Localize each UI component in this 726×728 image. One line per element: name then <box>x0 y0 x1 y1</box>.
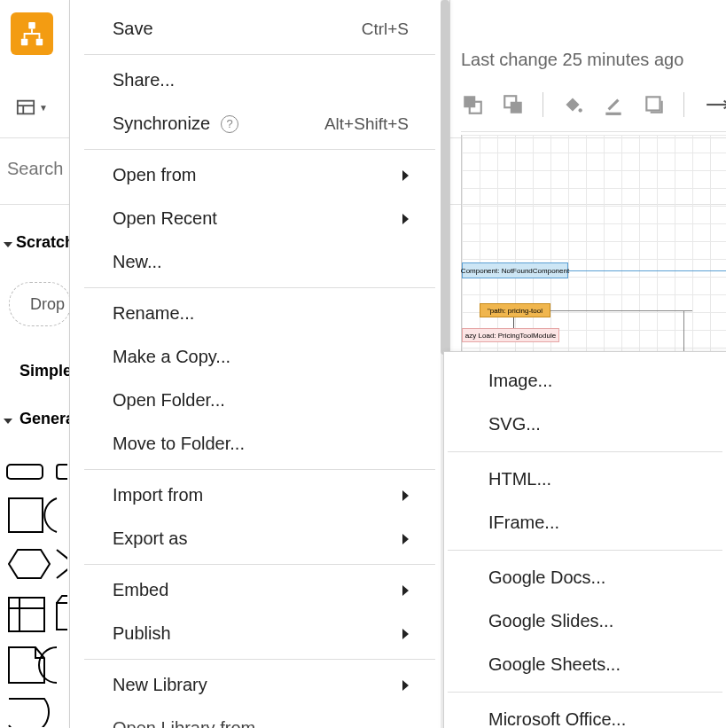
shape-cube[interactable] <box>57 596 67 630</box>
menu-item-embed[interactable]: Embed <box>70 568 449 612</box>
menu-label: Open from <box>113 165 196 185</box>
svg-rect-12 <box>511 102 522 114</box>
shape-arc-2[interactable] <box>39 647 57 683</box>
menu-label: Export as <box>113 528 187 549</box>
submenu-arrow-icon <box>402 534 409 544</box>
submenu-arrow-icon <box>402 680 409 691</box>
menu-separator <box>84 564 435 565</box>
menu-separator <box>84 54 435 55</box>
menu-label: Open Recent <box>113 208 217 229</box>
diagram-edge <box>513 317 514 328</box>
menu-item-publish[interactable]: Publish <box>70 612 449 655</box>
submenu-item-svg[interactable]: SVG... <box>444 403 726 446</box>
submenu-arrow-icon <box>402 629 409 639</box>
shape-window[interactable] <box>9 598 44 631</box>
menu-item-make-copy[interactable]: Make a Copy... <box>70 335 449 379</box>
sidebar-section-general[interactable]: General <box>0 410 79 428</box>
toolbar-sep <box>543 92 543 117</box>
menu-item-new[interactable]: New... <box>70 240 449 284</box>
sidebar-section-simple[interactable]: Simple <box>20 362 72 380</box>
shadow-icon[interactable] <box>643 93 666 116</box>
menu-label: New Library <box>113 675 207 695</box>
menu-item-import-from[interactable]: Import from <box>70 474 449 517</box>
panel-layout-icon <box>16 98 35 117</box>
shape-square[interactable] <box>9 498 43 532</box>
menu-shortcut: Ctrl+S <box>362 20 409 39</box>
caret-down-icon: ▼ <box>39 103 48 113</box>
submenu-item-google-docs[interactable]: Google Docs... <box>444 556 726 599</box>
diagram-edge <box>550 310 692 311</box>
menu-separator <box>448 692 722 693</box>
fill-icon[interactable] <box>561 93 584 116</box>
submenu-arrow-icon <box>402 490 409 501</box>
menu-separator <box>84 287 435 288</box>
shape-quarter[interactable] <box>9 699 49 727</box>
menu-item-share[interactable]: Share... <box>70 59 449 102</box>
menu-label: Share... <box>113 70 175 90</box>
svg-point-13 <box>579 108 582 112</box>
menu-label: Open Folder... <box>113 390 225 411</box>
submenu-item-iframe[interactable]: IFrame... <box>444 501 726 544</box>
menu-item-new-library[interactable]: New Library <box>70 663 449 707</box>
menu-item-move-to-folder[interactable]: Move to Folder... <box>70 422 449 466</box>
submenu-item-html[interactable]: HTML... <box>444 458 726 501</box>
submenu-item-image[interactable]: Image... <box>444 359 726 403</box>
menu-item-open-from[interactable]: Open from <box>70 153 449 197</box>
menu-separator <box>448 451 722 452</box>
scratchpad-drop-zone[interactable]: Drop <box>9 282 71 326</box>
to-back-icon[interactable] <box>502 93 525 116</box>
menu-item-rename[interactable]: Rename... <box>70 292 449 335</box>
submenu-arrow-icon <box>402 214 409 224</box>
menu-item-save[interactable]: Save Ctrl+S <box>70 7 449 51</box>
menu-item-open-recent[interactable]: Open Recent <box>70 197 449 240</box>
menu-item-open-library-from[interactable]: Open Library from <box>70 707 449 728</box>
menu-label: Microsoft Office... <box>488 709 626 728</box>
diagram-node-notfound[interactable]: Component: NotFoundComponent <box>462 262 568 278</box>
menu-label: Open Library from <box>113 718 255 728</box>
diagram-edge <box>568 270 726 271</box>
menu-item-open-folder[interactable]: Open Folder... <box>70 379 449 422</box>
menu-separator <box>84 149 435 150</box>
last-change-status: Last change 25 minutes ago <box>461 50 683 70</box>
view-toggle-button[interactable]: ▼ <box>14 92 50 122</box>
menu-separator <box>84 659 435 660</box>
submenu-arrow-icon <box>402 170 409 181</box>
file-menu: Save Ctrl+S Share... Synchronize ? Alt+S… <box>69 0 450 728</box>
menu-item-synchronize[interactable]: Synchronize ? Alt+Shift+S <box>70 102 449 145</box>
menu-label: Google Sheets... <box>488 654 621 675</box>
shape-rounded-rect[interactable] <box>7 465 43 479</box>
submenu-arrow-icon <box>402 585 409 596</box>
embed-submenu: Image... SVG... HTML... IFrame... Google… <box>443 351 726 728</box>
to-front-icon[interactable] <box>461 93 484 116</box>
menu-label: SVG... <box>488 414 541 434</box>
menu-label: Import from <box>113 485 203 505</box>
diagram-node-path[interactable]: "path: pricing-tool <box>480 303 550 317</box>
menu-label: Google Docs... <box>488 568 605 588</box>
submenu-item-google-slides[interactable]: Google Slides... <box>444 599 726 643</box>
svg-rect-15 <box>646 97 660 110</box>
menu-label: IFrame... <box>488 513 559 533</box>
submenu-item-google-sheets[interactable]: Google Sheets... <box>444 643 726 686</box>
menu-label: Google Slides... <box>488 611 613 631</box>
svg-rect-14 <box>605 113 621 115</box>
menu-label: Publish <box>113 623 171 644</box>
shape-rounded-small[interactable] <box>57 465 67 479</box>
submenu-item-ms-office[interactable]: Microsoft Office... <box>444 698 726 728</box>
menu-label: Save <box>113 19 153 39</box>
shape-arc[interactable] <box>44 498 57 532</box>
menu-item-export-as[interactable]: Export as <box>70 517 449 560</box>
diagram-node-lazyload[interactable]: azy Load: PricingToolModule <box>462 328 559 342</box>
help-icon[interactable]: ? <box>221 115 238 133</box>
connection-arrow-icon[interactable] <box>702 93 726 116</box>
svg-rect-0 <box>28 22 35 29</box>
menu-separator <box>84 469 435 470</box>
svg-rect-2 <box>36 39 43 46</box>
app-logo[interactable] <box>11 12 53 55</box>
stroke-color-icon[interactable] <box>602 93 625 116</box>
search-input[interactable] <box>7 153 69 184</box>
menu-label: Move to Folder... <box>113 434 245 454</box>
shape-chevron[interactable] <box>57 550 67 578</box>
menu-label: Embed <box>113 580 168 600</box>
shape-hexagon[interactable] <box>9 550 50 578</box>
menu-label: HTML... <box>488 469 551 489</box>
